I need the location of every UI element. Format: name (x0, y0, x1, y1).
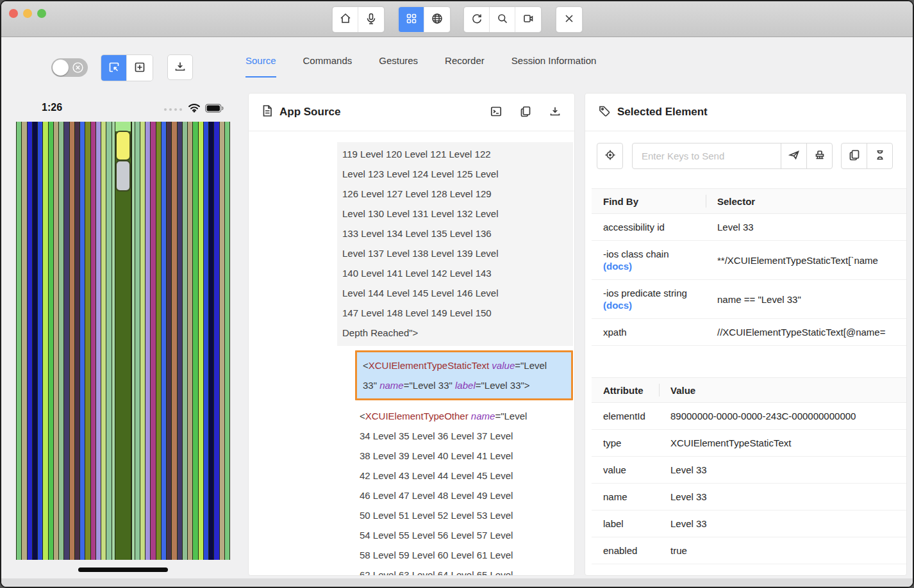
find-by-row: accessibility idLevel 33 (592, 214, 907, 241)
send-keys-icon (788, 149, 801, 163)
attributes-table: Attribute Value elementId89000000-0000-0… (592, 377, 907, 564)
device-statusbar: 1:26 (16, 101, 230, 117)
zoom-window-button[interactable] (37, 9, 46, 18)
tab-recorder[interactable]: Recorder (445, 55, 485, 78)
attribute-header: Attribute (592, 378, 659, 403)
view-stripe (187, 122, 192, 560)
find-by-table: Find By Selector accessibility idLevel 3… (592, 188, 907, 346)
source-line: <XCUIElementTypeStaticText value="Level (363, 355, 565, 375)
download-screenshot-button[interactable] (167, 54, 193, 80)
select-elements-mode-button[interactable] (101, 55, 127, 81)
device-screen-mirror[interactable] (16, 122, 230, 560)
tap-by-coordinates-mode-button[interactable] (127, 55, 153, 81)
source-parent-node-text[interactable]: 119 Level 120 Level 121 Level 122Level 1… (337, 142, 573, 346)
attribute-row: typeXCUIElementTypeStaticText (592, 430, 907, 457)
center-top (115, 122, 131, 131)
inspector-tabs: SourceCommandsGesturesRecorderSession In… (245, 55, 596, 78)
source-line: 126 Level 127 Level 128 Level 129 (342, 184, 568, 204)
view-stripe (90, 122, 96, 560)
siri-button[interactable] (358, 7, 384, 32)
xml-text: ="Level (515, 360, 547, 371)
tab-source[interactable]: Source (245, 55, 276, 78)
view-stripe (145, 122, 150, 560)
highlight-toggle[interactable] (51, 58, 88, 77)
download-source-button[interactable] (549, 105, 561, 120)
battery-icon (205, 104, 224, 115)
source-line: 133 Level 134 Level 135 Level 136 (342, 224, 568, 243)
web-view-button[interactable] (424, 7, 450, 32)
search-elements-button[interactable] (490, 7, 515, 32)
view-stripe (96, 122, 101, 560)
traffic-lights (9, 9, 46, 18)
tab-session-information[interactable]: Session Information (511, 55, 597, 78)
toggle-x-circle-icon (72, 62, 83, 73)
source-terminal-button[interactable] (490, 105, 503, 120)
view-stripe (27, 122, 32, 560)
view-stripe (37, 122, 42, 560)
view-stripe (140, 122, 145, 560)
source-line: 46 Level 47 Level 48 Level 49 Level (360, 486, 573, 505)
view-stripe (135, 122, 140, 560)
source-tree[interactable]: 119 Level 120 Level 121 Level 122Level 1… (249, 132, 574, 575)
wifi-icon (188, 103, 201, 115)
search-icon (496, 12, 509, 27)
view-stripe (21, 122, 26, 560)
clear-element-button[interactable] (806, 143, 833, 169)
yellow-block (115, 131, 131, 161)
minimize-window-button[interactable] (23, 9, 32, 18)
send-keys-button[interactable] (781, 143, 807, 169)
attribute-row: enabledtrue (592, 537, 907, 564)
gray-block-device (115, 160, 131, 192)
docs-link[interactable]: (docs) (603, 261, 706, 272)
find-by-row: -ios predicate string(docs)name == "Leve… (592, 280, 907, 319)
selector-value: Level 33 (706, 214, 907, 241)
hourglass-icon (874, 149, 886, 163)
copy-source-button[interactable] (519, 105, 532, 120)
attribute-name: type (592, 430, 659, 457)
docs-link[interactable]: (docs) (603, 300, 706, 311)
source-line: 38 Level 39 Level 40 Level 41 Level (360, 446, 573, 466)
attribute-row: elementId89000000-0000-0000-243C-0000000… (592, 403, 907, 430)
attribute-row: labelLevel 33 (592, 510, 907, 537)
copy-icon (519, 105, 532, 120)
tap-element-icon (604, 149, 617, 163)
attribute-value: 89000000-0000-0000-243C-000000000000 (659, 403, 907, 430)
home-button[interactable] (333, 7, 358, 32)
quit-session-button[interactable] (556, 7, 582, 32)
source-line: 33" name="Level 33" label="Level 33"> (363, 375, 565, 395)
copy-attributes-button[interactable] (841, 143, 867, 169)
element-timing-button[interactable] (867, 143, 893, 169)
document-icon (262, 104, 273, 120)
selector-header: Selector (706, 189, 907, 214)
close-window-button[interactable] (9, 9, 18, 18)
home-icon (339, 12, 352, 27)
element-actions (597, 143, 895, 169)
source-line: Level 123 Level 124 Level 125 Level (342, 164, 568, 184)
selected-element-panel: Selected Element (585, 93, 907, 576)
source-line: 140 Level 141 Level 142 Level 143 (342, 263, 568, 283)
tab-commands[interactable]: Commands (303, 55, 353, 78)
globe-icon (431, 12, 444, 27)
attribute-name: elementId (592, 403, 659, 430)
device-clock: 1:26 (42, 102, 62, 113)
xml-text: < (363, 360, 369, 371)
view-stripe (16, 122, 21, 560)
view-stripe (192, 122, 197, 560)
native-view-button[interactable] (399, 7, 424, 32)
view-stripe (224, 122, 230, 560)
tap-element-button[interactable] (597, 143, 623, 169)
refresh-button[interactable] (464, 7, 490, 32)
app-source-header: App Source (249, 94, 574, 131)
find-by-row: -ios class chain(docs)**/XCUIElementType… (592, 241, 907, 280)
screen-recorder-icon (522, 12, 535, 27)
selected-source-node[interactable]: <XCUIElementTypeStaticText value="Level3… (355, 350, 573, 400)
start-recording-button[interactable] (515, 7, 541, 32)
selector-value: //XCUIElementTypeStaticText[@name= (706, 319, 907, 346)
send-keys-input[interactable] (632, 143, 781, 169)
tab-gestures[interactable]: Gestures (379, 55, 418, 78)
view-stripe (32, 122, 37, 560)
source-sibling-node[interactable]: <XCUIElementTypeOther name="Level34 Leve… (360, 406, 573, 575)
xml-attribute-name: value (492, 360, 515, 371)
attribute-name: label (592, 510, 659, 537)
window-bottom-edge (1, 578, 913, 587)
